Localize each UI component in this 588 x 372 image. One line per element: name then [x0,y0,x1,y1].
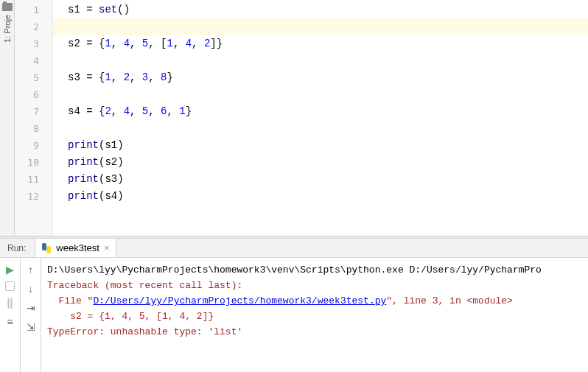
project-tab-label: 1: Proje [3,15,12,43]
pause-button[interactable]: || [3,295,18,310]
code-editor[interactable]: s1 = set() s2 = {1, 4, 5, [1, 4, 2]} s3 … [53,0,588,236]
line-number: 7 [15,103,52,120]
line-number: 5 [15,69,52,86]
scroll-to-end-button[interactable]: ⇲ [24,320,38,334]
line-number: 3 [15,35,52,52]
code-line[interactable]: s3 = {1, 2, 3, 8} [53,69,588,86]
up-button[interactable]: ↑ [24,262,38,277]
code-line[interactable]: s2 = {1, 4, 5, [1, 4, 2]} [53,35,588,52]
run-tool-window: Run: week3test × ▶ || ≡ ↑ ↓ ⇥ ⇲ D:\Users… [0,239,588,372]
line-number: 10 [15,154,52,171]
code-line[interactable]: print(s1) [53,137,588,154]
down-button[interactable]: ↓ [24,281,38,296]
console-source-line: s2 = {1, 4, 5, [1, 4, 2]} [47,309,582,324]
run-controls-secondary: ↑ ↓ ⇥ ⇲ [21,258,41,372]
line-number: 2 [15,18,52,35]
editor-gutter[interactable]: 1 2 3 4 5 6 7 8 9 10 11 12 [15,0,53,236]
console-output[interactable]: D:\Users\lyy\PycharmProjects\homework3\v… [41,258,588,372]
layout-button[interactable]: ≡ [3,315,18,329]
soft-wrap-button[interactable]: ⇥ [24,301,38,315]
close-icon[interactable]: × [104,242,110,253]
code-line[interactable]: print(s2) [53,154,588,171]
code-line[interactable]: print(s4) [53,188,588,205]
run-header: Run: week3test × [0,239,588,258]
stop-button[interactable] [5,281,15,291]
run-tab[interactable]: week3test × [35,239,116,257]
console-line: D:\Users\lyy\PycharmProjects\homework3\v… [47,262,582,278]
line-number: 11 [15,171,52,188]
line-number: 8 [15,120,52,137]
code-line[interactable]: print(s3) [53,171,588,188]
line-number: 4 [15,52,52,69]
rerun-button[interactable]: ▶ [3,262,18,277]
line-number: 1 [15,1,52,18]
code-line[interactable] [53,52,588,69]
run-tab-name: week3test [56,242,99,253]
code-line[interactable]: s4 = {2, 4, 5, 6, 1} [53,103,588,120]
python-icon [41,243,52,253]
console-traceback: Traceback (most recent call last): [47,278,582,293]
run-controls-primary: ▶ || ≡ [0,258,21,372]
file-link[interactable]: D:/Users/lyy/PycharmProjects/homework3/w… [93,295,386,306]
project-icon [2,3,13,11]
line-number: 6 [15,86,52,103]
code-line[interactable] [53,86,588,103]
project-toolwindow-bar[interactable]: 1: Proje [0,0,15,236]
code-line[interactable]: s1 = set() [53,1,588,18]
console-file-line: File "D:/Users/lyy/PycharmProjects/homew… [47,293,582,309]
line-number: 9 [15,137,52,154]
code-line[interactable] [53,120,588,137]
code-line-current[interactable] [53,18,588,35]
console-error-line: TypeError: unhashable type: 'list' [47,324,582,340]
line-number: 12 [15,188,52,205]
run-label: Run: [0,239,35,257]
